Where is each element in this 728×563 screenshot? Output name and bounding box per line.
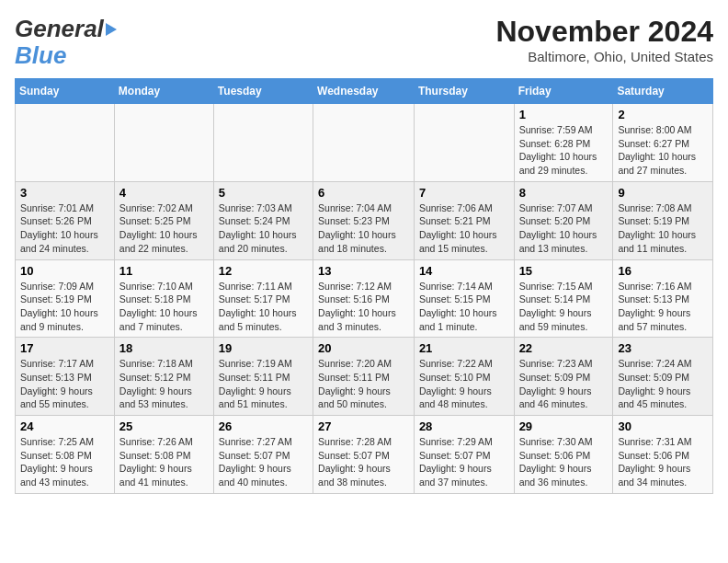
calendar-week-row: 17Sunrise: 7:17 AMSunset: 5:13 PMDayligh…: [16, 338, 713, 416]
weekday-header: Saturday: [613, 79, 713, 104]
day-number: 27: [318, 419, 409, 433]
day-info: Sunrise: 7:09 AMSunset: 5:19 PMDaylight:…: [20, 280, 109, 334]
day-info: Sunrise: 7:02 AMSunset: 5:25 PMDaylight:…: [119, 201, 209, 256]
day-number: 18: [119, 341, 209, 355]
calendar-cell: 7Sunrise: 7:06 AMSunset: 5:21 PMDaylight…: [414, 181, 514, 259]
calendar-cell: [213, 104, 313, 182]
day-info: Sunrise: 7:14 AMSunset: 5:15 PMDaylight:…: [419, 280, 509, 334]
day-info: Sunrise: 7:28 AMSunset: 5:07 PMDaylight:…: [318, 435, 409, 489]
day-number: 25: [119, 419, 209, 433]
day-number: 10: [20, 264, 109, 278]
day-info: Sunrise: 7:26 AMSunset: 5:08 PMDaylight:…: [119, 435, 209, 489]
day-number: 23: [618, 341, 708, 355]
day-number: 13: [318, 264, 409, 278]
day-info: Sunrise: 7:08 AMSunset: 5:19 PMDaylight:…: [618, 201, 708, 256]
calendar-cell: 19Sunrise: 7:19 AMSunset: 5:11 PMDayligh…: [213, 338, 313, 416]
day-number: 19: [219, 341, 308, 355]
calendar-week-row: 24Sunrise: 7:25 AMSunset: 5:08 PMDayligh…: [16, 416, 713, 494]
day-info: Sunrise: 7:59 AMSunset: 6:28 PMDaylight:…: [519, 123, 609, 178]
calendar-cell: 26Sunrise: 7:27 AMSunset: 5:07 PMDayligh…: [213, 416, 313, 494]
day-number: 26: [219, 419, 308, 433]
calendar-cell: [16, 104, 115, 182]
calendar-week-row: 1Sunrise: 7:59 AMSunset: 6:28 PMDaylight…: [16, 104, 713, 182]
calendar-cell: 2Sunrise: 8:00 AMSunset: 6:27 PMDaylight…: [613, 104, 713, 182]
calendar-cell: 29Sunrise: 7:30 AMSunset: 5:06 PMDayligh…: [514, 416, 613, 494]
calendar-cell: 27Sunrise: 7:28 AMSunset: 5:07 PMDayligh…: [313, 416, 415, 494]
calendar-cell: 20Sunrise: 7:20 AMSunset: 5:11 PMDayligh…: [313, 338, 415, 416]
day-number: 4: [119, 186, 209, 200]
calendar-cell: 3Sunrise: 7:01 AMSunset: 5:26 PMDaylight…: [16, 181, 115, 259]
calendar-cell: 16Sunrise: 7:16 AMSunset: 5:13 PMDayligh…: [613, 259, 713, 338]
calendar-cell: 28Sunrise: 7:29 AMSunset: 5:07 PMDayligh…: [414, 416, 514, 494]
day-number: 3: [20, 186, 109, 200]
weekday-header: Sunday: [16, 79, 115, 104]
logo-blue: Blue: [15, 43, 117, 67]
calendar-cell: 25Sunrise: 7:26 AMSunset: 5:08 PMDayligh…: [114, 416, 213, 494]
day-info: Sunrise: 7:18 AMSunset: 5:12 PMDaylight:…: [119, 357, 209, 411]
calendar-cell: 18Sunrise: 7:18 AMSunset: 5:12 PMDayligh…: [114, 338, 213, 416]
weekday-header: Monday: [114, 79, 213, 104]
day-info: Sunrise: 7:11 AMSunset: 5:17 PMDaylight:…: [219, 280, 308, 334]
day-number: 1: [519, 108, 609, 121]
day-info: Sunrise: 7:04 AMSunset: 5:23 PMDaylight:…: [318, 201, 409, 256]
day-number: 22: [519, 341, 609, 355]
day-number: 21: [419, 341, 509, 355]
day-number: 6: [318, 186, 409, 200]
title-area: November 2024 Baltimore, Ohio, United St…: [495, 15, 713, 64]
day-info: Sunrise: 7:12 AMSunset: 5:16 PMDaylight:…: [318, 280, 409, 334]
day-number: 9: [618, 186, 708, 200]
day-info: Sunrise: 7:27 AMSunset: 5:07 PMDaylight:…: [219, 435, 308, 489]
day-info: Sunrise: 7:17 AMSunset: 5:13 PMDaylight:…: [20, 357, 109, 411]
calendar-cell: 22Sunrise: 7:23 AMSunset: 5:09 PMDayligh…: [514, 338, 613, 416]
day-number: 14: [419, 264, 509, 278]
day-info: Sunrise: 7:22 AMSunset: 5:10 PMDaylight:…: [419, 357, 509, 411]
weekday-header: Thursday: [414, 79, 514, 104]
day-number: 30: [618, 419, 708, 433]
weekday-header-row: SundayMondayTuesdayWednesdayThursdayFrid…: [16, 79, 713, 104]
day-number: 5: [219, 186, 308, 200]
calendar-cell: 23Sunrise: 7:24 AMSunset: 5:09 PMDayligh…: [613, 338, 713, 416]
calendar-table: SundayMondayTuesdayWednesdayThursdayFrid…: [15, 78, 713, 494]
logo-general: General: [15, 15, 104, 43]
calendar-cell: 17Sunrise: 7:17 AMSunset: 5:13 PMDayligh…: [16, 338, 115, 416]
day-info: Sunrise: 7:30 AMSunset: 5:06 PMDaylight:…: [519, 435, 609, 489]
calendar-cell: 12Sunrise: 7:11 AMSunset: 5:17 PMDayligh…: [213, 259, 313, 338]
day-number: 11: [119, 264, 209, 278]
day-info: Sunrise: 7:01 AMSunset: 5:26 PMDaylight:…: [20, 201, 109, 256]
day-number: 12: [219, 264, 308, 278]
calendar-cell: [114, 104, 213, 182]
day-info: Sunrise: 7:24 AMSunset: 5:09 PMDaylight:…: [618, 357, 708, 411]
day-number: 15: [519, 264, 609, 278]
day-number: 2: [618, 108, 708, 121]
day-info: Sunrise: 7:06 AMSunset: 5:21 PMDaylight:…: [419, 201, 509, 256]
day-number: 16: [618, 264, 708, 278]
logo: General Blue: [15, 15, 117, 67]
weekday-header: Friday: [514, 79, 613, 104]
day-number: 29: [519, 419, 609, 433]
day-number: 17: [20, 341, 109, 355]
weekday-header: Tuesday: [213, 79, 313, 104]
day-info: Sunrise: 7:23 AMSunset: 5:09 PMDaylight:…: [519, 357, 609, 411]
day-info: Sunrise: 7:25 AMSunset: 5:08 PMDaylight:…: [20, 435, 109, 489]
calendar-cell: [414, 104, 514, 182]
day-info: Sunrise: 7:03 AMSunset: 5:24 PMDaylight:…: [219, 201, 308, 256]
day-info: Sunrise: 8:00 AMSunset: 6:27 PMDaylight:…: [618, 123, 708, 178]
page-header: General Blue November 2024 Baltimore, Oh…: [15, 15, 713, 67]
calendar-cell: 11Sunrise: 7:10 AMSunset: 5:18 PMDayligh…: [114, 259, 213, 338]
calendar-cell: 15Sunrise: 7:15 AMSunset: 5:14 PMDayligh…: [514, 259, 613, 338]
day-number: 8: [519, 186, 609, 200]
calendar-cell: 10Sunrise: 7:09 AMSunset: 5:19 PMDayligh…: [16, 259, 115, 338]
day-info: Sunrise: 7:16 AMSunset: 5:13 PMDaylight:…: [618, 280, 708, 334]
day-number: 20: [318, 341, 409, 355]
calendar-cell: 14Sunrise: 7:14 AMSunset: 5:15 PMDayligh…: [414, 259, 514, 338]
calendar-cell: 13Sunrise: 7:12 AMSunset: 5:16 PMDayligh…: [313, 259, 415, 338]
calendar-cell: 5Sunrise: 7:03 AMSunset: 5:24 PMDaylight…: [213, 181, 313, 259]
calendar-cell: 21Sunrise: 7:22 AMSunset: 5:10 PMDayligh…: [414, 338, 514, 416]
month-title: November 2024: [495, 15, 713, 49]
logo-arrow-icon: [106, 23, 117, 36]
weekday-header: Wednesday: [313, 79, 415, 104]
calendar-cell: 6Sunrise: 7:04 AMSunset: 5:23 PMDaylight…: [313, 181, 415, 259]
location: Baltimore, Ohio, United States: [495, 49, 713, 64]
day-info: Sunrise: 7:20 AMSunset: 5:11 PMDaylight:…: [318, 357, 409, 411]
calendar-cell: 9Sunrise: 7:08 AMSunset: 5:19 PMDaylight…: [613, 181, 713, 259]
